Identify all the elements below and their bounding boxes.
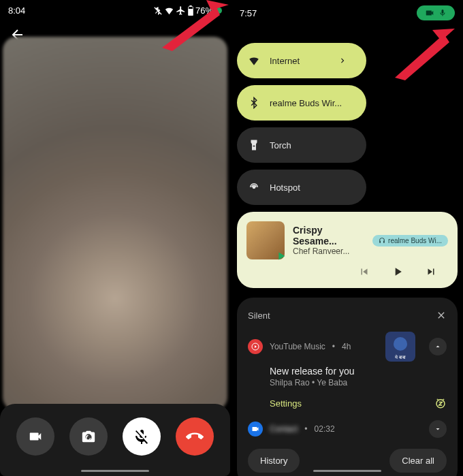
collapse-button[interactable] (429, 338, 447, 355)
screen-quicksettings: 7:57 Internet realme Buds Wir... Torch H… (232, 0, 463, 476)
headphones-icon (379, 237, 385, 244)
svg-point-8 (394, 337, 407, 351)
media-thumbnail (246, 221, 285, 259)
notif-thumbnail: ये बाबा (385, 332, 415, 362)
app-icon (248, 422, 263, 437)
status-icons: 76% (153, 5, 222, 16)
tile-bluetooth[interactable]: realme Buds Wir... (237, 85, 366, 121)
svg-text:ये बाबा: ये बाबा (394, 354, 406, 360)
snooze-icon[interactable] (434, 397, 447, 409)
video-feed (3, 37, 227, 411)
notif-action-settings[interactable]: Settings (270, 398, 302, 409)
camera-icon (425, 8, 434, 18)
bluetooth-icon (248, 97, 260, 109)
home-bar[interactable] (313, 470, 381, 472)
quick-settings: Internet realme Buds Wir... Torch Hotspo… (232, 43, 463, 205)
privacy-dot (216, 7, 222, 14)
close-icon[interactable] (436, 310, 447, 321)
bluetooth-off-icon (153, 6, 163, 16)
next-icon[interactable] (425, 266, 437, 278)
chevron-right-icon (338, 56, 347, 65)
contact-name: Contact (270, 424, 298, 434)
prev-icon[interactable] (358, 266, 370, 278)
time: 8:04 (8, 5, 25, 16)
svg-rect-3 (189, 5, 191, 7)
media-artist: Chef Ranveer... (293, 247, 364, 256)
mic-icon (438, 9, 447, 17)
svg-point-6 (253, 187, 255, 189)
tile-torch[interactable]: Torch (237, 127, 366, 163)
hangup-button[interactable] (176, 417, 214, 456)
home-bar[interactable] (81, 470, 149, 472)
notification-youtube-music[interactable]: YouTube Music•4h ये बाबा New release for… (248, 332, 447, 409)
status-bar: 8:04 76% (0, 0, 230, 21)
battery-icon (187, 5, 194, 16)
app-icon (248, 339, 263, 354)
mute-button[interactable] (123, 417, 161, 456)
silent-header: Silent (248, 310, 447, 321)
svg-marker-11 (432, 29, 455, 41)
wifi-icon (164, 5, 174, 16)
media-card[interactable]: Crispy Sesame... Chef Ranveer... realme … (237, 212, 458, 288)
play-icon[interactable] (391, 265, 404, 279)
tile-internet[interactable]: Internet (237, 43, 366, 78)
flashlight-icon (248, 139, 260, 151)
expand-button[interactable] (429, 420, 447, 438)
privacy-pill[interactable] (417, 5, 455, 20)
notif-footer: History Clear all (248, 449, 447, 473)
media-title: Crispy Sesame... (293, 225, 364, 247)
switch-camera-button[interactable] (69, 417, 108, 456)
tile-hotspot[interactable]: Hotspot (237, 170, 366, 205)
screen-videocall: 8:04 76% (0, 0, 230, 476)
battery-pct: 76% (195, 5, 213, 16)
media-controls (246, 265, 448, 279)
notification-call[interactable]: Contact•02:32 (248, 420, 447, 438)
call-controls (0, 404, 230, 476)
status-bar: 7:57 (232, 0, 463, 26)
history-button[interactable]: History (248, 449, 300, 473)
svg-rect-2 (189, 9, 193, 16)
notification-shade: Silent YouTube Music•4h ये बाबा New rele… (237, 298, 458, 476)
toggle-camera-button[interactable] (16, 417, 54, 456)
output-chip[interactable]: realme Buds Wi... (372, 235, 448, 247)
airplane-icon (176, 5, 186, 16)
hotspot-icon (248, 181, 260, 193)
time: 7:57 (240, 8, 257, 18)
clearall-button[interactable]: Clear all (389, 449, 447, 473)
wifi-icon (248, 54, 260, 67)
